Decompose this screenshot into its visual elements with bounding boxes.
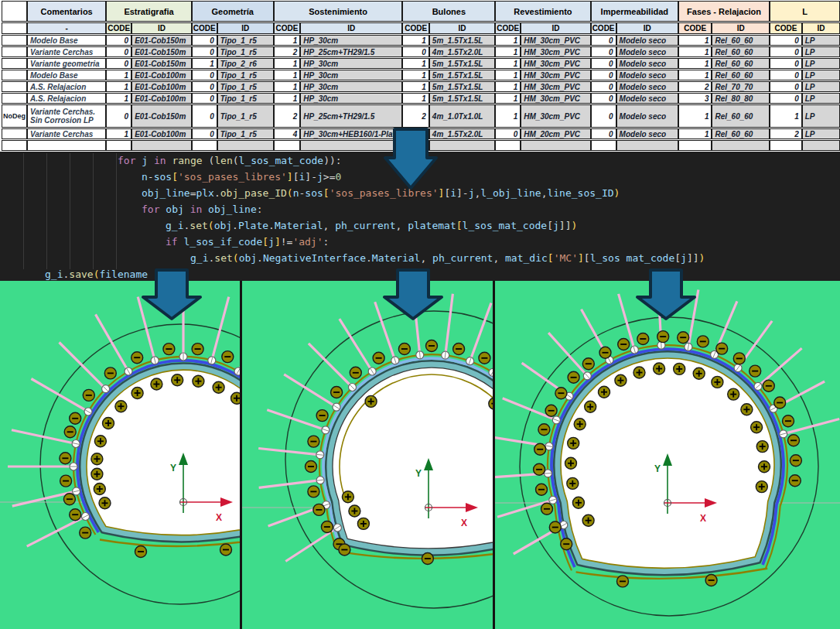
code-cell[interactable]: 1 [274,58,300,69]
code-cell[interactable]: 1 [402,58,429,69]
id-cell[interactable]: Rel_70_70 [712,81,770,92]
column-subheader[interactable]: CODE [770,22,802,34]
id-cell[interactable] [712,140,770,151]
id-cell[interactable]: Modelo seco [616,81,678,92]
id-cell[interactable]: HP_30cm [300,93,402,104]
id-cell[interactable]: Modelo seco [616,35,678,46]
id-cell[interactable]: 5m_1.5Tx1.5L [429,81,495,92]
column-group-header[interactable]: Estratigrafia [106,1,192,22]
code-cell[interactable]: 1 [678,35,712,46]
id-cell[interactable]: 4m_1.5Tx2.0L [429,128,495,139]
code-cell[interactable]: 1 [678,70,712,80]
comment-cell[interactable] [27,140,106,151]
code-cell[interactable]: 2 [770,128,802,139]
code-cell[interactable] [192,140,217,151]
id-cell[interactable] [521,140,590,151]
row-marker-cell[interactable] [2,35,27,46]
comment-cell[interactable]: Variante geometria [27,58,106,69]
id-cell[interactable]: HP_30cm+HEB160/1-Plate [300,128,402,139]
id-cell[interactable] [429,140,495,151]
id-cell[interactable]: Rel_60_60 [712,104,770,128]
id-cell[interactable]: E01-Cob150m [131,35,192,46]
code-cell[interactable]: 0 [591,104,616,128]
id-cell[interactable]: Rel_60_60 [712,58,770,69]
code-cell[interactable]: 0 [106,104,131,128]
column-group-header[interactable]: Sostenimiento [274,1,403,22]
id-cell[interactable]: HP_25cm+TH29/1.5 [300,46,402,57]
row-marker-cell[interactable] [2,58,27,69]
comment-cell[interactable]: Variante Cerchas [27,128,106,139]
id-cell[interactable] [131,140,192,151]
id-cell[interactable]: LP [802,128,840,139]
code-cell[interactable]: 1 [495,93,521,104]
row-marker-cell[interactable] [2,81,27,92]
column-subheader[interactable]: - [27,22,106,34]
code-cell[interactable]: 2 [274,104,300,128]
code-cell[interactable]: 0 [192,35,217,46]
id-cell[interactable]: Modelo seco [616,93,678,104]
code-cell[interactable]: 1 [106,128,131,139]
column-subheader[interactable]: CODE [678,22,712,34]
code-cell[interactable]: 4 [274,128,300,139]
code-cell[interactable]: 2 [402,104,429,128]
code-cell[interactable]: 0 [591,46,616,57]
code-cell[interactable]: 1 [402,70,429,80]
code-cell[interactable]: 2 [678,81,712,92]
id-cell[interactable]: Tipo_1_r5 [217,128,274,139]
comment-cell[interactable]: A.S. Relajacion [27,93,106,104]
code-cell[interactable]: 0 [770,70,802,80]
code-cell[interactable] [770,140,802,151]
column-subheader[interactable]: ID [131,22,192,34]
id-cell[interactable]: HM_30cm_PVC [521,46,590,57]
row-marker-cell[interactable] [2,70,27,80]
column-subheader[interactable]: ID [300,22,402,34]
code-cell[interactable]: 0 [192,93,217,104]
code-cell[interactable]: 1 [678,128,712,139]
column-subheader[interactable]: ID [521,22,590,34]
column-group-header[interactable] [2,1,27,22]
id-cell[interactable]: Rel_80_80 [712,93,770,104]
row-marker-cell[interactable]: NoDeg [2,104,27,128]
code-cell[interactable]: 1 [402,35,429,46]
code-cell[interactable]: 1 [495,58,521,69]
code-cell[interactable]: 0 [106,58,131,69]
id-cell[interactable]: 4m_1.5Tx2.0L [429,46,495,57]
row-marker-cell[interactable] [2,140,27,151]
comment-cell[interactable]: A.S. Relajacion [27,81,106,92]
id-cell[interactable]: Rel_60_60 [712,128,770,139]
id-cell[interactable]: E01-Cob100m [131,128,192,139]
id-cell[interactable]: 5m_1.5Tx1.5L [429,70,495,80]
id-cell[interactable]: 5m_1.5Tx1.5L [429,58,495,69]
id-cell[interactable]: LP [802,81,840,92]
code-cell[interactable]: 1 [274,70,300,80]
code-cell[interactable]: 1 [106,93,131,104]
code-cell[interactable]: 1 [192,58,217,69]
id-cell[interactable]: HM_30cm_PVC [521,35,590,46]
code-cell[interactable]: 1 [106,70,131,80]
column-subheader[interactable]: ID [217,22,274,34]
id-cell[interactable]: HP_30cm [300,81,402,92]
code-cell[interactable]: 1 [678,104,712,128]
column-group-header[interactable]: Comentarios [27,1,106,22]
id-cell[interactable]: HM_30cm_PVC [521,70,590,80]
column-group-header[interactable]: Bulones [402,1,495,22]
id-cell[interactable]: Tipo_1_r5 [217,104,274,128]
id-cell[interactable]: Tipo_1_r5 [217,46,274,57]
code-cell[interactable]: 3 [678,93,712,104]
column-subheader[interactable]: ID [712,22,770,34]
id-cell[interactable]: Tipo_2_r6 [217,58,274,69]
variants-spreadsheet[interactable]: ComentariosEstratigrafiaGeometríaSosteni… [0,0,840,152]
code-cell[interactable]: 0 [770,35,802,46]
id-cell[interactable]: Tipo_1_r5 [217,35,274,46]
code-cell[interactable]: 1 [495,35,521,46]
id-cell[interactable]: LP [802,104,840,128]
tunnel-model-view-1[interactable]: YX [0,281,240,629]
code-cell[interactable]: 0 [495,128,521,139]
column-subheader[interactable]: CODE [274,22,300,34]
row-marker-cell[interactable] [2,93,27,104]
comment-cell[interactable]: Modelo Base [27,35,106,46]
id-cell[interactable]: HM_20cm_PVC [521,128,590,139]
id-cell[interactable]: E01-Cob150m [131,46,192,57]
id-cell[interactable] [802,140,840,151]
id-cell[interactable]: LP [802,35,840,46]
